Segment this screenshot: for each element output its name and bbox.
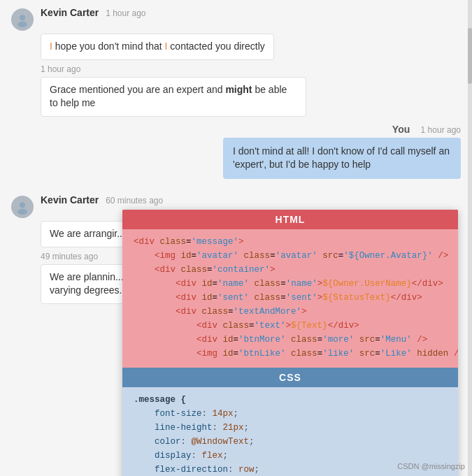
text-normal2: contacted you directly <box>167 41 264 52</box>
code-line: font-size: 14px; <box>134 407 447 421</box>
css-section: CSS .message { font-size: 14px; line-hei… <box>122 368 458 476</box>
you-bubble: I don't mind at all! I don't know of I'd… <box>223 138 461 179</box>
chat-area: Kevin Carter 1 hour ago I hope you don't… <box>0 0 472 476</box>
text-bold: might <box>225 84 252 95</box>
code-line: <div class='container'> <box>134 263 447 277</box>
timestamp-3: 60 minutes ago <box>106 196 163 205</box>
watermark: CSDN @missingzip <box>397 462 465 470</box>
code-line: <div class='textAndMore'> <box>134 305 447 319</box>
svg-point-1 <box>17 22 27 27</box>
code-line: line-height: 21px; <box>134 421 447 435</box>
code-line: <img id='btnLike' class='like' src='Like… <box>134 347 447 361</box>
avatar <box>11 8 34 31</box>
message-bubble-2: Grace mentioned you are an expert and mi… <box>41 77 306 117</box>
code-line: <div id='sent' class='sent'>${StatusText… <box>134 291 447 305</box>
code-line: <div id='btnMore' class='more' src='Menu… <box>134 333 447 347</box>
you-name: You <box>392 124 410 135</box>
message-group-1: Kevin Carter 1 hour ago I hope you don't… <box>0 0 472 117</box>
code-line: <img id='avatar' class='avatar' src='${O… <box>134 249 447 263</box>
sender-name: Kevin Carter <box>41 7 99 18</box>
text-highlight: I <box>50 41 55 52</box>
message-bubble: I hope you don't mind that I contacted y… <box>41 34 274 60</box>
html-section: HTML <div class='message'> <img id='avat… <box>122 210 458 368</box>
message-row: Kevin Carter 1 hour ago <box>11 7 461 31</box>
svg-point-3 <box>17 209 27 215</box>
message-right: You 1 hour ago I don't mind at all! I do… <box>0 121 472 182</box>
you-timestamp: 1 hour ago <box>421 125 461 135</box>
svg-point-0 <box>20 15 25 20</box>
code-line: <div class='text'>${Text}</div> <box>134 319 447 333</box>
css-header: CSS <box>122 368 458 387</box>
message-content-3: Kevin Carter 60 minutes ago <box>41 194 461 205</box>
html-header: HTML <box>122 210 458 229</box>
avatar-3 <box>11 196 34 218</box>
code-line: <div id='name' class='name'>${Owner.User… <box>134 277 447 291</box>
message-bubble-3: We are arrangir... <box>41 221 134 247</box>
message-content: Kevin Carter 1 hour ago <box>41 7 461 18</box>
scrollbar-thumb[interactable] <box>468 28 472 84</box>
timestamp-second: 1 hour ago <box>41 64 461 74</box>
text-seg1: Grace mentioned you are an expert and <box>50 84 225 95</box>
code-line: color: @WindowText; <box>134 435 447 449</box>
scrollbar[interactable] <box>468 0 472 476</box>
code-line: display: flex; <box>134 449 447 463</box>
code-line: <div class='message'> <box>134 235 447 249</box>
code-line: .message { <box>134 393 447 407</box>
svg-point-2 <box>20 202 25 208</box>
sender-name-3: Kevin Carter <box>41 194 99 205</box>
text-normal: hope you don't mind that <box>55 41 165 52</box>
code-overlay: HTML <div class='message'> <img id='avat… <box>122 210 458 476</box>
message-right-meta: You 1 hour ago <box>392 124 461 135</box>
html-code-body: <div class='message'> <img id='avatar' c… <box>122 229 458 368</box>
timestamp: 1 hour ago <box>106 8 145 18</box>
